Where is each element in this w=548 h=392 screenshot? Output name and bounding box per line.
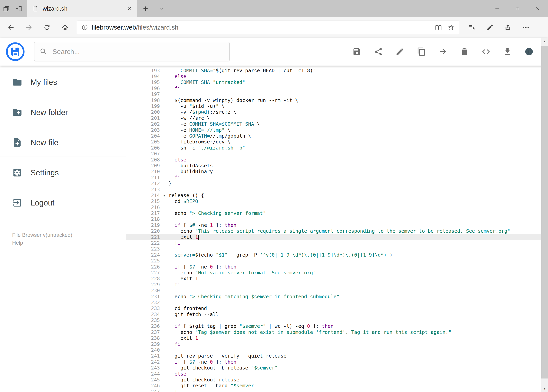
refresh-button[interactable]: [38, 18, 56, 36]
copy-button[interactable]: [413, 43, 430, 60]
code-line[interactable]: 242 if [ $? -ne 0 ]; then: [126, 359, 541, 365]
code-line[interactable]: 230: [126, 287, 541, 293]
code-line[interactable]: 211 fi: [126, 175, 541, 181]
share-button[interactable]: [370, 43, 387, 60]
code-line[interactable]: 243 git checkout -b release "$semver": [126, 365, 541, 371]
address-bar[interactable]: filebrowser.web/files/wizard.sh: [77, 21, 459, 34]
code-line[interactable]: 204 -e GOPATH=//tmp/gopath \: [126, 133, 541, 139]
code-line[interactable]: 225: [126, 258, 541, 264]
code-line[interactable]: 239 fi: [126, 341, 541, 347]
code-line[interactable]: 235: [126, 317, 541, 323]
sidebar-item-logout[interactable]: Logout: [0, 188, 126, 218]
code-line[interactable]: 218: [126, 216, 541, 222]
code-line[interactable]: 237 echo "Tag $semver does not exist in …: [126, 329, 541, 335]
code-line[interactable]: 232: [126, 299, 541, 305]
code-line[interactable]: 227 echo "Not valid semver format. See s…: [126, 270, 541, 276]
code-line[interactable]: 202 -e COMMIT_SHA=$COMMIT_SHA \: [126, 121, 541, 127]
tab-preview-chevron-button[interactable]: [154, 0, 169, 17]
help-link[interactable]: Help: [12, 239, 72, 247]
web-note-button[interactable]: [481, 18, 499, 36]
site-info-icon[interactable]: [81, 24, 88, 31]
minimize-button[interactable]: [487, 0, 507, 17]
scrollbar-track[interactable]: [541, 45, 548, 385]
code-line[interactable]: 231 echo "> Checking matching $semver in…: [126, 294, 541, 299]
code-line[interactable]: 209 buildAssets: [126, 163, 541, 168]
hub-button[interactable]: [463, 18, 481, 36]
delete-button[interactable]: [456, 43, 473, 60]
code-line[interactable]: 208 else: [126, 157, 541, 163]
code-line[interactable]: 224 semver=$(echo "$1" | grep -P '^v(0|[…: [126, 252, 541, 258]
sidebar-item-new-file[interactable]: New file: [0, 127, 126, 158]
sidebar-item-settings[interactable]: Settings: [0, 158, 126, 188]
search-box[interactable]: [34, 42, 230, 62]
code-line[interactable]: 245 git checkout release: [126, 377, 541, 383]
sidebar-item-new-folder[interactable]: New folder: [0, 97, 126, 127]
code-line[interactable]: 223: [126, 246, 541, 252]
code-line[interactable]: 220 echo "This release script requires a…: [126, 228, 541, 234]
code-line[interactable]: 207: [126, 151, 541, 157]
save-button[interactable]: [348, 43, 365, 60]
vertical-scrollbar[interactable]: ▲ ▼: [541, 38, 548, 392]
info-button[interactable]: [520, 43, 537, 60]
code-line[interactable]: 219 if [ $# -ne 1 ]; then: [126, 222, 541, 228]
code-line[interactable]: 240: [126, 347, 541, 353]
forward-button[interactable]: [20, 18, 38, 36]
new-tab-button[interactable]: [137, 0, 154, 17]
code-line[interactable]: 222 fi: [126, 240, 541, 246]
code-button[interactable]: [478, 43, 494, 60]
tab-close-button[interactable]: [127, 6, 132, 11]
code-line[interactable]: 193 COMMIT_SHA="$(git rev-parse HEAD | c…: [126, 68, 541, 73]
code-line[interactable]: 217 echo "> Checking semver format": [126, 210, 541, 216]
code-line[interactable]: 205 filebrowser/dev \: [126, 139, 541, 145]
code-line[interactable]: 233 cd frontend: [126, 306, 541, 311]
code-line[interactable]: 228 exit 1: [126, 276, 541, 282]
download-button[interactable]: [499, 43, 516, 60]
code-line[interactable]: 194 else: [126, 73, 541, 79]
code-line[interactable]: 238 exit 1: [126, 335, 541, 341]
code-line[interactable]: 215 cd $REPO: [126, 198, 541, 204]
code-line[interactable]: 201 -w //src \: [126, 115, 541, 121]
code-line[interactable]: 196 fi: [126, 85, 541, 91]
more-button[interactable]: [517, 18, 535, 36]
scrollbar-thumb[interactable]: [541, 46, 548, 378]
sidebar-item-my-files[interactable]: My files: [0, 67, 126, 97]
code-line[interactable]: 241 git rev-parse --verify --quiet relea…: [126, 353, 541, 359]
browser-tab[interactable]: wizard.sh: [28, 0, 137, 17]
code-line[interactable]: 199 -u "$(id -u)" \: [126, 103, 541, 109]
tabs-set-aside-list-button[interactable]: [0, 0, 13, 17]
code-line[interactable]: 226 if [ $? -ne 0 ]; then: [126, 264, 541, 270]
back-button[interactable]: [2, 18, 20, 36]
rename-button[interactable]: [391, 43, 408, 60]
code-line[interactable]: 221 exit 1: [126, 234, 541, 240]
set-tabs-aside-button[interactable]: [13, 0, 25, 17]
code-line[interactable]: 198 $(command -v winpty) docker run --rm…: [126, 97, 541, 103]
code-line[interactable]: 195 COMMIT_SHA="untracked": [126, 79, 541, 85]
search-input[interactable]: [52, 48, 224, 56]
code-line[interactable]: 200 -v /$(pwd):/src:z \: [126, 109, 541, 115]
scroll-up-button[interactable]: ▲: [541, 38, 548, 45]
code-line[interactable]: 197: [126, 91, 541, 97]
code-line[interactable]: 213: [126, 187, 541, 192]
maximize-button[interactable]: [507, 0, 528, 17]
move-button[interactable]: [435, 43, 451, 60]
home-button[interactable]: [56, 18, 74, 36]
code-line[interactable]: 229 fi: [126, 282, 541, 287]
reading-view-icon[interactable]: [435, 24, 442, 31]
code-line[interactable]: 247 fi: [126, 389, 541, 392]
code-line[interactable]: 244 else: [126, 371, 541, 377]
code-editor[interactable]: 193 COMMIT_SHA="$(git rev-parse HEAD | c…: [126, 66, 541, 392]
code-line[interactable]: 206 sh -c "./wizard.sh -b": [126, 145, 541, 151]
code-line[interactable]: 203 -e HOME="//tmp" \: [126, 127, 541, 133]
fold-arrow-icon[interactable]: ▾: [160, 193, 169, 198]
code-line[interactable]: 210 buildBinary: [126, 169, 541, 175]
filebrowser-logo[interactable]: [6, 42, 25, 61]
favorite-star-icon[interactable]: [448, 24, 455, 31]
close-window-button[interactable]: [528, 0, 548, 17]
code-line[interactable]: 212}: [126, 181, 541, 186]
share-button[interactable]: [499, 18, 517, 36]
code-line[interactable]: 216: [126, 204, 541, 210]
scroll-down-button[interactable]: ▼: [541, 385, 548, 392]
code-line[interactable]: 234 git fetch --all: [126, 311, 541, 317]
code-line[interactable]: 214▾release () {: [126, 192, 541, 198]
code-line[interactable]: 236 if [ $(git tag | grep "$semver" | wc…: [126, 323, 541, 329]
